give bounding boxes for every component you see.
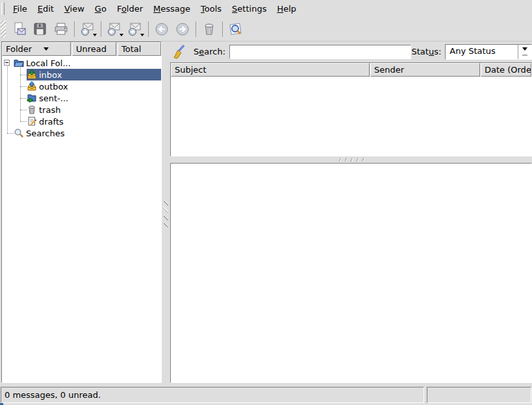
column-header-subject[interactable]: Subject bbox=[171, 63, 370, 77]
main-toolbar bbox=[0, 18, 532, 42]
sent-mail-icon bbox=[27, 93, 37, 103]
save-icon bbox=[32, 21, 48, 37]
trash-folder-icon bbox=[27, 104, 37, 115]
folder-label: outbox bbox=[39, 82, 68, 92]
drafts-icon bbox=[27, 116, 37, 127]
folder-label: sent-... bbox=[39, 93, 68, 103]
menu-message[interactable]: Message bbox=[148, 2, 196, 16]
back-button[interactable] bbox=[151, 19, 172, 39]
folder-label: trash bbox=[39, 105, 60, 115]
column-header-date[interactable]: Date (Order of Arrival) bbox=[481, 63, 531, 77]
forward-nav-button[interactable] bbox=[172, 19, 193, 39]
dropdown-caret-icon bbox=[93, 34, 97, 38]
status-label: Status: bbox=[411, 47, 441, 56]
status-dropdown-value: Any Status bbox=[446, 45, 518, 59]
status-message: 0 messages, 0 unread. bbox=[1, 387, 424, 403]
nav-forward-icon bbox=[175, 21, 190, 37]
menu-tools[interactable]: Tools bbox=[196, 2, 227, 16]
chevron-down-icon bbox=[522, 47, 527, 53]
new-message-icon bbox=[12, 21, 27, 37]
inbox-icon bbox=[27, 69, 37, 80]
folder-label: Searches bbox=[26, 129, 64, 138]
toolbar-separator bbox=[148, 21, 149, 37]
folder-item-local-folders[interactable]: Local Fol... bbox=[2, 57, 161, 69]
folder-label: drafts bbox=[39, 117, 64, 127]
check-mail-button[interactable] bbox=[77, 19, 98, 39]
menu-go[interactable]: Go bbox=[90, 2, 112, 16]
folder-open-icon bbox=[14, 58, 24, 68]
toolbar-separator bbox=[101, 21, 101, 37]
status-dropdown[interactable]: Any Status bbox=[445, 44, 532, 60]
column-header-sender[interactable]: Sender bbox=[370, 63, 480, 77]
folder-label: Local Fol... bbox=[26, 58, 71, 68]
quick-search-bar: Search: Status: Any Status bbox=[170, 42, 532, 62]
status-bar-right-section bbox=[427, 387, 531, 403]
toolbar-separator bbox=[222, 21, 223, 37]
menu-help[interactable]: Help bbox=[272, 2, 301, 16]
menu-view[interactable]: View bbox=[59, 2, 90, 16]
menu-settings[interactable]: Settings bbox=[227, 2, 272, 16]
clear-search-broom-icon[interactable] bbox=[171, 43, 188, 60]
new-message-button[interactable] bbox=[9, 19, 30, 39]
splitter-grip bbox=[164, 201, 168, 227]
panel-splitter-vertical[interactable] bbox=[162, 42, 170, 383]
folder-item-searches[interactable]: Searches bbox=[2, 127, 161, 139]
save-button[interactable] bbox=[30, 19, 51, 39]
status-dropdown-button[interactable] bbox=[518, 45, 531, 59]
trash-button[interactable] bbox=[199, 19, 220, 39]
dropdown-caret-icon bbox=[120, 34, 123, 38]
column-header-unread[interactable]: Unread bbox=[72, 42, 116, 56]
search-label: Search: bbox=[194, 47, 225, 56]
find-icon bbox=[228, 21, 244, 37]
menu-file[interactable]: File bbox=[8, 2, 32, 16]
message-list-header: Subject Sender Date (Order of Arrival) bbox=[171, 63, 531, 77]
folder-tree: Local Fol... inbox outbox sent-... bbox=[2, 56, 161, 382]
folder-item-drafts[interactable]: drafts bbox=[2, 116, 161, 127]
menu-bar: File Edit View Go Folder Message Tools S… bbox=[0, 0, 532, 18]
toolbar-separator bbox=[196, 21, 196, 37]
message-list-body bbox=[171, 77, 531, 156]
folder-label: inbox bbox=[39, 70, 62, 80]
toolbar-separator bbox=[74, 21, 75, 37]
folder-item-trash[interactable]: trash bbox=[2, 104, 161, 116]
message-list-panel: Subject Sender Date (Order of Arrival) bbox=[170, 62, 532, 156]
menu-edit[interactable]: Edit bbox=[32, 2, 59, 16]
folder-item-inbox[interactable]: inbox bbox=[2, 69, 161, 80]
trash-icon bbox=[201, 21, 217, 37]
collapse-expander-icon[interactable] bbox=[4, 60, 10, 66]
reply-button[interactable] bbox=[104, 19, 125, 39]
sort-down-icon bbox=[44, 47, 49, 53]
toolbar-grip[interactable] bbox=[1, 21, 6, 38]
kmail-window: File Edit View Go Folder Message Tools S… bbox=[0, 0, 532, 405]
search-input[interactable] bbox=[229, 45, 411, 59]
combo-dash bbox=[522, 55, 527, 56]
menubar-grip[interactable] bbox=[1, 3, 5, 15]
splitter-grip bbox=[338, 158, 364, 162]
menu-folder[interactable]: Folder bbox=[112, 2, 148, 16]
print-icon bbox=[53, 21, 69, 37]
nav-back-icon bbox=[154, 21, 170, 37]
column-header-folder[interactable]: Folder bbox=[2, 42, 71, 56]
folder-item-outbox[interactable]: outbox bbox=[2, 80, 161, 92]
column-header-total[interactable]: Total bbox=[118, 42, 161, 56]
print-button[interactable] bbox=[51, 19, 71, 39]
folder-tree-panel: Folder Unread Total Local Fol... bbox=[1, 42, 162, 383]
message-preview-pane bbox=[170, 163, 532, 383]
dropdown-caret-icon bbox=[140, 34, 144, 38]
find-button[interactable] bbox=[225, 19, 246, 39]
panel-splitter-horizontal[interactable] bbox=[170, 156, 532, 163]
search-folder-icon bbox=[14, 128, 24, 138]
folder-list-header: Folder Unread Total bbox=[2, 42, 161, 56]
folder-item-sent-mail[interactable]: sent-... bbox=[2, 92, 161, 104]
forward-button[interactable] bbox=[125, 19, 146, 39]
status-bar: 0 messages, 0 unread. bbox=[0, 387, 532, 403]
outbox-icon bbox=[27, 81, 37, 92]
